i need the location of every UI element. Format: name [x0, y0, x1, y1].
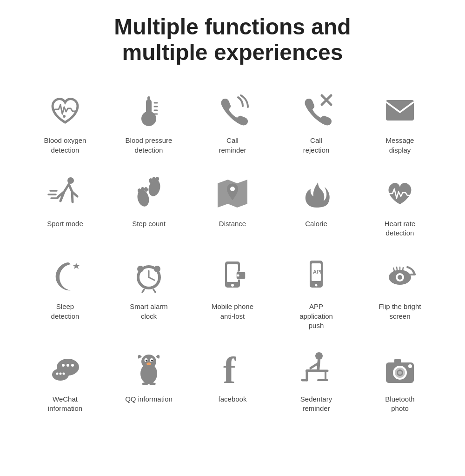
sport-mode-label: Sport mode: [47, 219, 83, 228]
svg-line-48: [393, 268, 394, 271]
feature-call-reminder: Callreminder: [191, 84, 274, 162]
svg-text:APP: APP: [313, 269, 324, 275]
sedentary-icon: [295, 347, 337, 389]
sleep-detection-label: Sleepdetection: [51, 302, 80, 321]
step-count-label: Step count: [132, 219, 166, 228]
svg-point-81: [398, 371, 402, 375]
svg-rect-79: [394, 359, 401, 363]
svg-point-64: [146, 360, 147, 362]
feature-distance: Distance: [191, 167, 274, 246]
blood-pressure-label: Blood pressuredetection: [126, 136, 173, 155]
call-rejection-label: Callrejection: [303, 136, 330, 155]
heart-rate-icon: [379, 172, 421, 214]
page-title: Multiple functions and multiple experien…: [114, 14, 351, 65]
call-rejection-icon: [295, 88, 337, 130]
feature-calorie: Calorie: [274, 167, 358, 246]
smart-alarm-label: Smart alarmclock: [130, 302, 168, 321]
feature-app-push: APP APPapplicationpush: [274, 250, 358, 338]
svg-point-37: [231, 284, 234, 287]
svg-point-57: [56, 373, 59, 375]
svg-line-33: [142, 289, 144, 292]
flip-screen-label: Flip the brightscreen: [379, 302, 421, 321]
step-count-icon: [128, 172, 170, 214]
svg-point-80: [408, 364, 412, 368]
svg-marker-26: [73, 263, 80, 269]
feature-qq: QQ information: [107, 342, 191, 421]
sedentary-label: Sedentaryreminder: [300, 395, 332, 414]
svg-line-51: [403, 268, 403, 270]
feature-sedentary: Sedentaryreminder: [274, 342, 358, 421]
svg-point-39: [237, 275, 239, 277]
svg-point-47: [398, 275, 402, 280]
facebook-icon: f: [212, 347, 253, 389]
svg-rect-2: [146, 99, 152, 115]
blood-oxygen-label: Blood oxygendetection: [44, 136, 86, 155]
feature-step-count: Step count: [107, 167, 191, 246]
feature-sleep-detection: Sleepdetection: [23, 250, 107, 338]
feature-flip-screen: Flip the brightscreen: [358, 250, 442, 338]
svg-text:f: f: [223, 350, 236, 387]
svg-point-67: [142, 382, 148, 385]
app-push-icon: APP: [295, 255, 337, 296]
blood-oxygen-icon: [44, 88, 86, 130]
sleep-detection-icon: [44, 255, 86, 296]
svg-point-31: [137, 266, 144, 272]
feature-blood-oxygen: Blood oxygendetection: [23, 84, 107, 162]
bluetooth-photo-icon: [379, 347, 421, 389]
feature-smart-alarm: Smart alarmclock: [107, 250, 191, 338]
phone-antilost-icon: [212, 255, 253, 296]
app-push-label: APPapplicationpush: [299, 302, 333, 330]
qq-label: QQ information: [125, 395, 173, 404]
feature-message-display: Messagedisplay: [358, 84, 442, 162]
wechat-icon: [44, 347, 86, 389]
wechat-label: WeChatinformation: [48, 395, 82, 414]
svg-point-11: [67, 177, 74, 184]
call-reminder-label: Callreminder: [219, 136, 246, 155]
svg-rect-7: [147, 96, 150, 100]
svg-rect-10: [386, 100, 414, 121]
features-grid: Blood oxygendetection Blood pressuredete…: [23, 84, 442, 421]
svg-point-61: [141, 355, 156, 369]
distance-label: Distance: [219, 219, 246, 228]
feature-sport-mode: Sport mode: [23, 167, 107, 246]
calorie-icon: [295, 172, 337, 214]
feature-blood-pressure: Blood pressuredetection: [107, 84, 191, 162]
distance-icon: [212, 172, 253, 214]
svg-point-59: [63, 373, 65, 375]
sport-mode-icon: [44, 172, 86, 214]
flip-screen-icon: [379, 255, 421, 296]
svg-point-66: [146, 362, 151, 365]
bluetooth-photo-label: Bluetoothphoto: [385, 395, 414, 414]
message-display-icon: [379, 88, 421, 130]
svg-point-68: [149, 382, 156, 385]
svg-point-43: [315, 284, 318, 287]
svg-point-58: [60, 373, 62, 375]
phone-antilost-label: Mobile phoneanti-lost: [212, 302, 253, 321]
facebook-label: facebook: [219, 395, 247, 404]
svg-point-25: [230, 187, 235, 191]
svg-point-32: [154, 266, 160, 272]
calorie-label: Calorie: [305, 219, 327, 228]
feature-bluetooth-photo: Bluetoothphoto: [358, 342, 442, 421]
smart-alarm-icon: [128, 255, 170, 296]
svg-point-55: [71, 364, 74, 367]
feature-heart-rate: Heart ratedetection: [358, 167, 442, 246]
qq-icon: [128, 347, 170, 389]
feature-facebook: f facebook: [191, 342, 274, 421]
svg-point-54: [66, 364, 69, 367]
feature-call-rejection: Callrejection: [274, 84, 358, 162]
svg-point-0: [63, 115, 66, 118]
call-reminder-icon: [212, 88, 253, 130]
feature-wechat: WeChatinformation: [23, 342, 107, 421]
svg-line-49: [397, 267, 397, 270]
message-display-label: Messagedisplay: [386, 136, 414, 155]
blood-pressure-icon: [128, 88, 170, 130]
svg-line-34: [153, 289, 155, 292]
feature-phone-antilost: Mobile phoneanti-lost: [191, 250, 274, 338]
heart-rate-label: Heart ratedetection: [385, 219, 416, 238]
svg-point-65: [151, 360, 153, 362]
svg-point-53: [62, 364, 65, 367]
